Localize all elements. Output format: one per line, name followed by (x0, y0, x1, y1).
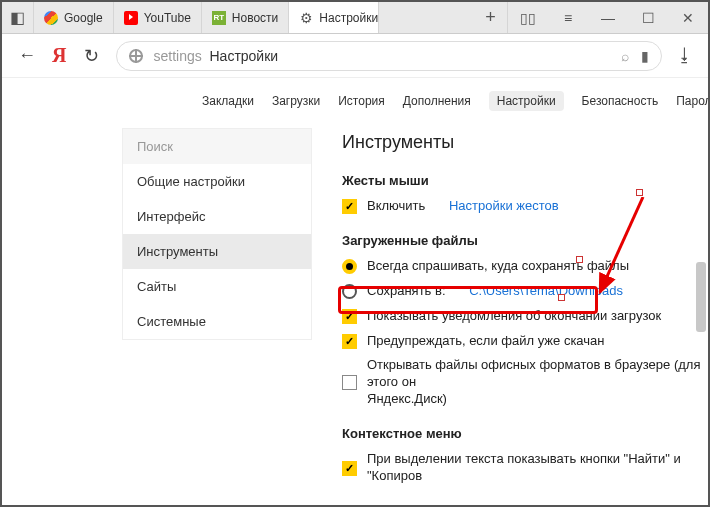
back-button[interactable]: ← (16, 45, 38, 66)
sidebar-item-interface[interactable]: Интерфейс (123, 199, 311, 234)
new-tab-button[interactable]: + (474, 2, 508, 33)
topnav-history[interactable]: История (338, 94, 385, 108)
youtube-icon (124, 11, 138, 25)
sidebar-item-tools[interactable]: Инструменты (123, 234, 311, 269)
downloads-heading: Загруженные файлы (342, 233, 708, 248)
section-title: Инструменты (342, 132, 708, 153)
downloads-icon[interactable]: ⭳ (676, 45, 694, 66)
mouse-gestures-heading: Жесты мыши (342, 173, 708, 188)
selection-buttons-checkbox[interactable] (342, 461, 357, 476)
yandex-logo[interactable]: Я (52, 44, 66, 67)
always-ask-label: Всегда спрашивать, куда сохранять файлы (367, 258, 629, 275)
topnav-bookmarks[interactable]: Закладки (202, 94, 254, 108)
enable-gestures-label: Включить (367, 198, 425, 215)
sidebar-item-general[interactable]: Общие настройки (123, 164, 311, 199)
gesture-settings-link[interactable]: Настройки жестов (449, 198, 559, 215)
titlebar: ◧ Google YouTube RT Новости ⚙ Настройки … (2, 2, 708, 34)
topnav-settings[interactable]: Настройки (489, 91, 564, 111)
address-bar: ← Я ↻ settings Настройки ⌕ ▮ ⭳ (2, 34, 708, 78)
office-label: Открывать файлы офисных форматов в брауз… (367, 357, 708, 408)
globe-icon (129, 49, 143, 63)
tab-settings[interactable]: ⚙ Настройки ✕ (289, 2, 379, 33)
tab-strip: Google YouTube RT Новости ⚙ Настройки ✕ (34, 2, 474, 33)
warn-label: Предупреждать, если файл уже скачан (367, 333, 605, 350)
tab-label: Google (64, 11, 103, 25)
tab-label: Настройки (319, 11, 378, 25)
settings-sidebar: Поиск Общие настройки Интерфейс Инструме… (122, 128, 312, 340)
tab-youtube[interactable]: YouTube (114, 2, 202, 33)
sidebar-item-sites[interactable]: Сайты (123, 269, 311, 304)
annotation-handle (576, 256, 583, 263)
rt-icon: RT (212, 11, 226, 25)
search-icon[interactable]: ⌕ (621, 48, 629, 64)
minimize-button[interactable]: — (588, 2, 628, 33)
google-icon (44, 11, 58, 25)
menu-icon[interactable]: ≡ (548, 2, 588, 33)
office-checkbox[interactable] (342, 375, 357, 390)
address-input[interactable]: settings Настройки ⌕ ▮ (116, 41, 662, 71)
sidebar-item-system[interactable]: Системные (123, 304, 311, 339)
settings-topnav: Закладки Загрузки История Дополнения Нас… (2, 80, 708, 122)
tab-rt[interactable]: RT Новости (202, 2, 289, 33)
reload-button[interactable]: ↻ (80, 45, 102, 67)
tab-label: Новости (232, 11, 278, 25)
topnav-addons[interactable]: Дополнения (403, 94, 471, 108)
panel-toggle-icon[interactable]: ◧ (2, 2, 34, 33)
scrollbar-thumb[interactable] (696, 262, 706, 332)
tab-label: YouTube (144, 11, 191, 25)
maximize-button[interactable]: ☐ (628, 2, 668, 33)
gear-icon: ⚙ (299, 11, 313, 25)
annotation-handle (636, 189, 643, 196)
context-menu-heading: Контекстное меню (342, 426, 708, 441)
selection-buttons-label: При выделении текста показывать кнопки "… (367, 451, 708, 485)
close-button[interactable]: ✕ (668, 2, 708, 33)
warn-checkbox[interactable] (342, 334, 357, 349)
enable-gestures-checkbox[interactable] (342, 199, 357, 214)
annotation-handle (558, 294, 565, 301)
tab-google[interactable]: Google (34, 2, 114, 33)
address-text: settings Настройки (153, 48, 278, 64)
reader-icon[interactable]: ▯▯ (508, 2, 548, 33)
bookmark-icon[interactable]: ▮ (641, 48, 649, 64)
window-controls: ▯▯ ≡ — ☐ ✕ (508, 2, 708, 33)
sidebar-search[interactable]: Поиск (123, 129, 311, 164)
topnav-security[interactable]: Безопасность (582, 94, 659, 108)
browser-window: ◧ Google YouTube RT Новости ⚙ Настройки … (0, 0, 710, 507)
always-ask-radio[interactable] (342, 259, 357, 274)
topnav-downloads[interactable]: Загрузки (272, 94, 320, 108)
topnav-passwords[interactable]: Пароли и карты (676, 94, 708, 108)
